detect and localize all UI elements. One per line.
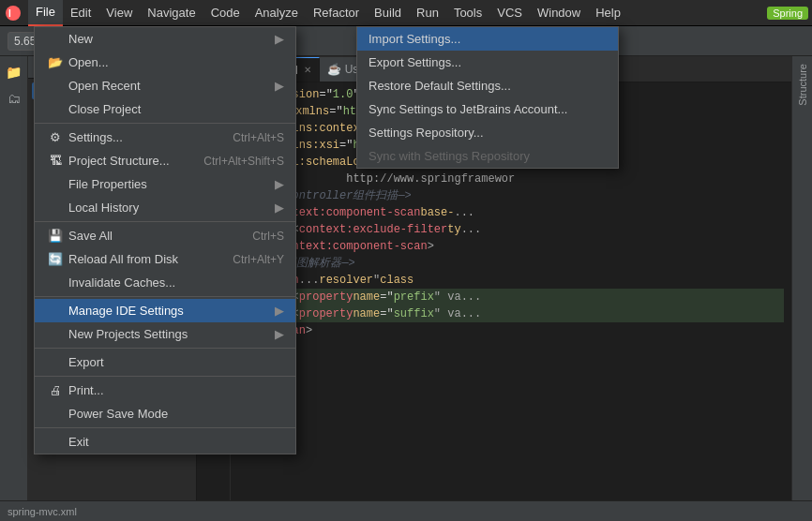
menu-item-new-projects-settings[interactable]: New Projects Settings ▶ <box>35 322 295 346</box>
menu-item-label: Close Project <box>68 102 141 116</box>
menu-item-local-history[interactable]: Local History ▶ <box>35 196 295 219</box>
code-line-9: <context:exclude-filter ty... <box>238 221 784 238</box>
menu-item-label: Invalidate Caches... <box>68 275 175 290</box>
menu-item-open-recent[interactable]: Open Recent ▶ <box>35 74 295 97</box>
arrow-icon: ▶ <box>275 304 284 318</box>
arrow-icon: ▶ <box>275 32 284 46</box>
menu-view[interactable]: View <box>98 0 140 26</box>
menu-item-label: Open... <box>68 55 109 69</box>
separator-6 <box>35 427 295 428</box>
menu-item-reload[interactable]: 🔄 Reload All from Disk Ctrl+Alt+Y <box>35 247 295 271</box>
shortcut-label: Ctrl+Alt+Shift+S <box>203 155 284 168</box>
sidebar-project-icon[interactable]: 📁 <box>2 60 26 84</box>
menu-item-save-all[interactable]: 💾 Save All Ctrl+S <box>35 224 295 247</box>
menu-item-label: Local History <box>68 201 139 215</box>
code-line-6: http://www.springframewor <box>238 171 784 187</box>
menu-code[interactable]: Code <box>203 0 248 26</box>
arrow-icon: ▶ <box>275 177 284 191</box>
sidebar-structure-icon[interactable]: 🗂 <box>2 86 26 111</box>
menu-item-open[interactable]: 📂 Open... <box>35 51 295 74</box>
submenu-item-label: Import Settings... <box>368 32 460 46</box>
code-line-15: </bean> <box>238 322 784 339</box>
menu-edit[interactable]: Edit <box>63 0 98 26</box>
code-line-10: </context:component-scan> <box>238 238 784 255</box>
menu-run[interactable]: Run <box>409 0 446 26</box>
reload-icon: 🔄 <box>46 252 65 266</box>
left-sidebar: 📁 🗂 <box>0 56 28 521</box>
app-icon: I <box>4 4 23 22</box>
code-line-13: <property name="prefix" va... <box>238 289 784 305</box>
gear-icon: ⚙ <box>46 130 65 144</box>
submenu-sync-with-repository: Sync with Settings Repository <box>357 144 618 168</box>
menu-navigate[interactable]: Navigate <box>140 0 203 26</box>
arrow-icon: ▶ <box>275 201 284 215</box>
menu-item-power-save[interactable]: Power Save Mode <box>35 402 295 425</box>
menu-window[interactable]: Window <box>530 0 588 26</box>
open-icon: 📂 <box>46 55 65 69</box>
project-select-label: 5.65 <box>14 35 36 48</box>
separator-4 <box>35 348 295 349</box>
menu-build[interactable]: Build <box>367 0 409 26</box>
menu-refactor[interactable]: Refactor <box>306 0 367 26</box>
menu-item-project-structure[interactable]: 🏗 Project Structure... Ctrl+Alt+Shift+S <box>35 149 295 172</box>
submenu-export-settings[interactable]: Export Settings... <box>357 51 618 74</box>
menu-item-label: Settings... <box>68 130 123 144</box>
submenu-restore-defaults[interactable]: Restore Default Settings... <box>357 74 618 97</box>
structure-icon: 🏗 <box>46 154 65 168</box>
file-menu: New ▶ 📂 Open... Open Recent ▶ Close Proj… <box>34 26 296 454</box>
menu-item-exit[interactable]: Exit <box>35 430 295 454</box>
java-file-icon: ☕ <box>327 63 341 76</box>
menu-item-new[interactable]: New ▶ <box>35 27 295 51</box>
submenu-item-label: Restore Default Settings... <box>368 79 511 93</box>
shortcut-label: Ctrl+Alt+Y <box>233 253 284 266</box>
menu-item-print[interactable]: 🖨 Print... <box>35 379 295 402</box>
menu-item-label: Manage IDE Settings <box>68 304 184 318</box>
manage-ide-settings-submenu: Import Settings... Export Settings... Re… <box>356 26 619 169</box>
print-icon: 🖨 <box>46 383 65 397</box>
status-bar: spring-mvc.xml <box>0 500 812 521</box>
submenu-sync-jetbrains[interactable]: Sync Settings to JetBrains Account... <box>357 97 618 121</box>
menu-item-label: Open Recent <box>68 79 141 93</box>
arrow-icon: ▶ <box>275 327 284 341</box>
svg-text:I: I <box>8 8 11 19</box>
menu-item-label: New <box>68 32 93 46</box>
menu-tools[interactable]: Tools <box>446 0 489 26</box>
menu-item-export[interactable]: Export <box>35 350 295 374</box>
shortcut-label: Ctrl+S <box>252 230 284 243</box>
save-icon: 💾 <box>46 229 65 243</box>
submenu-item-label: Settings Repository... <box>368 126 484 140</box>
menu-item-label: Save All <box>68 229 113 243</box>
menu-item-invalidate-caches[interactable]: Invalidate Caches... <box>35 271 295 294</box>
code-line-8: <context:component-scan base-... <box>238 204 784 221</box>
code-line-14: <property name="suffix" va... <box>238 305 784 322</box>
separator-5 <box>35 376 295 377</box>
submenu-import-settings[interactable]: Import Settings... <box>357 27 618 51</box>
spring-badge: Spring <box>767 7 808 20</box>
right-sidebar: Structure <box>791 56 812 521</box>
tab-close-spring-mvc[interactable]: ✕ <box>304 65 311 75</box>
code-line-11: <!—视图解析器—> <box>238 255 784 272</box>
arrow-icon: ▶ <box>275 79 284 93</box>
menu-item-file-properties[interactable]: File Properties ▶ <box>35 172 295 196</box>
menu-item-settings[interactable]: ⚙ Settings... Ctrl+Alt+S <box>35 126 295 149</box>
shortcut-label: Ctrl+Alt+S <box>233 131 284 144</box>
status-filename: spring-mvc.xml <box>8 506 77 517</box>
menu-item-close-project[interactable]: Close Project <box>35 97 295 121</box>
menu-file[interactable]: File <box>28 0 63 26</box>
submenu-settings-repository[interactable]: Settings Repository... <box>357 121 618 144</box>
menubar: I File Edit View Navigate Code Analyze R… <box>0 0 812 26</box>
separator-1 <box>35 123 295 124</box>
submenu-item-label: Export Settings... <box>368 55 461 69</box>
separator-3 <box>35 296 295 297</box>
submenu-item-label: Sync with Settings Repository <box>368 149 530 163</box>
menu-vcs[interactable]: VCS <box>489 0 530 26</box>
menu-item-label: Export <box>68 355 104 369</box>
sidebar-structure-label[interactable]: Structure <box>795 60 810 110</box>
menu-analyze[interactable]: Analyze <box>248 0 306 26</box>
menu-item-label: File Properties <box>68 177 147 191</box>
code-line-7: <!—Controller组件扫描—> <box>238 187 784 204</box>
menu-help[interactable]: Help <box>588 0 628 26</box>
menu-item-label: Exit <box>68 435 89 449</box>
menu-item-manage-ide-settings[interactable]: Manage IDE Settings ▶ <box>35 299 295 322</box>
menu-item-label: New Projects Settings <box>68 327 188 341</box>
